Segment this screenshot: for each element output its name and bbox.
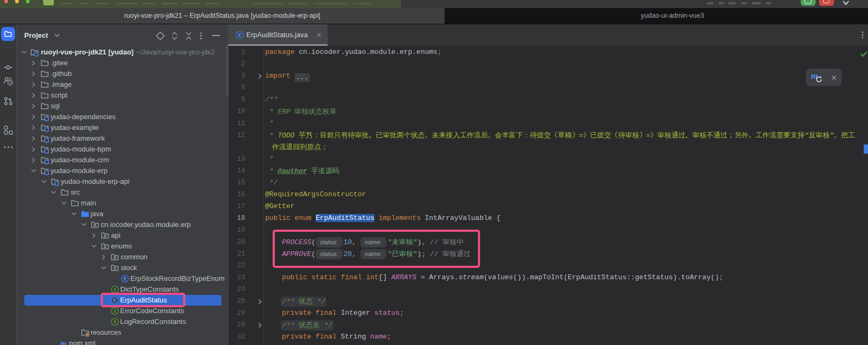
svg-text:E: E bbox=[123, 276, 127, 281]
svg-text:I: I bbox=[114, 319, 116, 325]
svg-text:m: m bbox=[60, 339, 66, 345]
svg-text:I: I bbox=[114, 287, 116, 292]
svg-text:I: I bbox=[114, 308, 116, 314]
svg-text:?: ? bbox=[9, 81, 12, 86]
svg-text:E: E bbox=[238, 32, 241, 38]
